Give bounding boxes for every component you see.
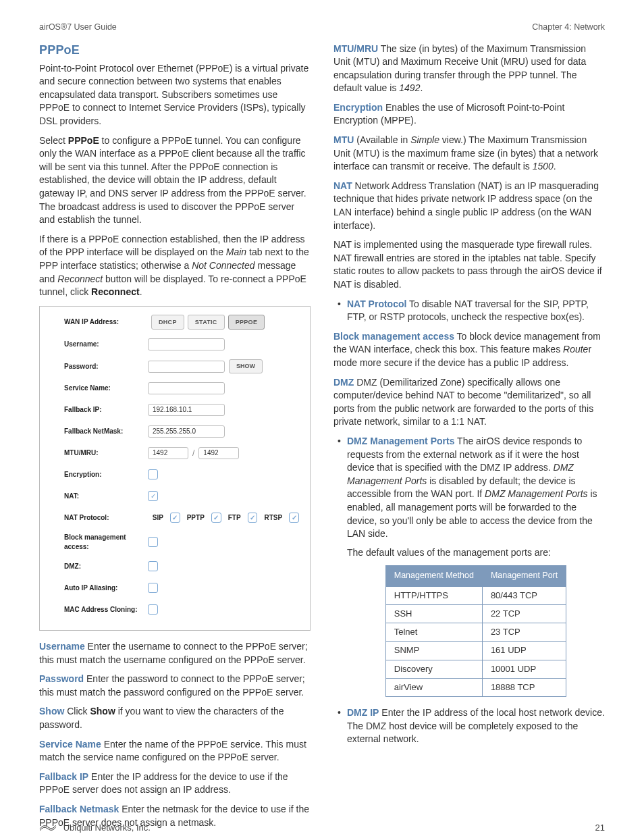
footer-company: Ubiquiti Networks, Inc. — [39, 822, 151, 834]
para-select: Select PPPoE to configure a PPPoE tunnel… — [39, 134, 311, 227]
def-encryption: Encryption Enables the use of Microsoft … — [333, 101, 605, 128]
btn-dhcp[interactable]: DHCP — [151, 315, 184, 330]
running-header: airOS®7 User Guide Chapter 4: Network — [39, 22, 605, 34]
input-password[interactable] — [148, 361, 225, 373]
def-nat2: NAT is implemented using the masquerade … — [333, 238, 605, 291]
label-username: Username: — [64, 340, 148, 349]
para-reconnect: If there is a PPPoE connection establish… — [39, 233, 311, 299]
def-username: Username Enter the username to connect t… — [39, 640, 311, 667]
proto-sip-label: SIP — [153, 513, 163, 523]
table-header-method: Management Method — [385, 566, 482, 587]
def-nat-protocol: NAT Protocol To disable NAT traversal fo… — [333, 298, 605, 324]
label-nat-protocol: NAT Protocol: — [64, 513, 147, 523]
btn-pppoe[interactable]: PPPOE — [228, 315, 265, 330]
left-column: PPPoE Point-to-Point Protocol over Ether… — [39, 39, 311, 835]
label-dmz: DMZ: — [64, 562, 148, 571]
checkbox-encryption[interactable] — [148, 469, 158, 479]
label-service-name: Service Name: — [64, 384, 148, 393]
management-ports-table: Management Method Management Port HTTP/H… — [385, 565, 567, 697]
checkbox-nat[interactable] — [148, 491, 158, 501]
label-password: Password: — [64, 362, 148, 371]
heading-pppoe: PPPoE — [39, 42, 311, 59]
input-mru[interactable] — [198, 447, 239, 459]
input-username[interactable] — [148, 338, 225, 350]
label-block-mgmt: Block management access: — [64, 533, 148, 552]
def-show: Show Click Show if you want to view the … — [39, 705, 311, 731]
header-right: Chapter 4: Network — [532, 22, 605, 34]
input-fallback-mask[interactable] — [148, 425, 225, 438]
def-dmz-ip: DMZ IP Enter the IP address of the local… — [333, 706, 605, 746]
def-mtu: MTU (Available in Simple view.) The Maxi… — [333, 134, 605, 174]
pppoe-form-figure: WAN IP Address: DHCP STATIC PPPOE Userna… — [39, 306, 311, 631]
label-nat: NAT: — [64, 492, 148, 501]
para-intro: Point-to-Point Protocol over Ethernet (P… — [39, 62, 311, 128]
checkbox-rtsp[interactable] — [289, 513, 299, 523]
table-row: SSH22 TCP — [385, 604, 566, 623]
def-dmz: DMZ DMZ (Demilitarized Zone) specificall… — [333, 376, 605, 429]
label-mtu-mru: MTU/MRU: — [64, 448, 148, 458]
proto-ftp-label: FTP — [228, 513, 241, 523]
page-number: 21 — [595, 822, 605, 834]
table-header-port: Management Port — [482, 566, 566, 587]
table-row: HTTP/HTTPS80/443 TCP — [385, 586, 566, 604]
ubiquiti-logo-icon — [39, 824, 57, 832]
def-fallback-ip: Fallback IP Enter the IP address for the… — [39, 771, 311, 797]
label-auto-ip: Auto IP Aliasing: — [64, 583, 148, 593]
checkbox-block-mgmt[interactable] — [148, 537, 158, 547]
table-row: SNMP161 UDP — [385, 642, 566, 660]
mtu-mru-separator: / — [192, 448, 194, 459]
button-show[interactable]: SHOW — [229, 359, 263, 373]
proto-rtsp-label: RTSP — [264, 513, 282, 523]
label-fallback-ip: Fallback IP: — [64, 405, 148, 415]
def-block-mgmt: Block management access To block device … — [333, 330, 605, 370]
table-row: airView18888 TCP — [385, 678, 566, 696]
def-nat: NAT Network Address Translation (NAT) is… — [333, 180, 605, 232]
table-intro: The default values of the management por… — [347, 546, 605, 560]
def-mtu-mru: MTU/MRU The size (in bytes) of the Maxim… — [333, 43, 605, 95]
checkbox-ftp[interactable] — [248, 513, 258, 523]
checkbox-auto-ip[interactable] — [148, 583, 158, 593]
header-left: airOS®7 User Guide — [39, 22, 117, 34]
def-password: Password Enter the password to connect t… — [39, 673, 311, 699]
btn-static[interactable]: STATIC — [188, 315, 225, 330]
label-mac-clone: MAC Address Cloning: — [64, 605, 148, 615]
def-dmz-mgmt-ports: DMZ Management Ports The airOS device re… — [333, 435, 605, 697]
right-column: MTU/MRU The size (in bytes) of the Maxim… — [333, 39, 605, 835]
input-mtu[interactable] — [148, 447, 188, 459]
input-service-name[interactable] — [148, 382, 225, 394]
checkbox-pptp[interactable] — [211, 513, 221, 523]
input-fallback-ip[interactable] — [148, 404, 225, 416]
page-footer: Ubiquiti Networks, Inc. 21 — [39, 822, 605, 834]
checkbox-mac-clone[interactable] — [148, 604, 158, 615]
label-encryption: Encryption: — [64, 470, 148, 479]
checkbox-sip[interactable] — [170, 513, 180, 523]
def-service: Service Name Enter the name of the PPPoE… — [39, 738, 311, 764]
proto-pptp-label: PPTP — [187, 513, 205, 523]
label-fallback-mask: Fallback NetMask: — [64, 427, 148, 436]
table-row: Discovery10001 UDP — [385, 660, 566, 678]
label-wan-ip: WAN IP Address: — [64, 317, 148, 327]
table-row: Telnet23 TCP — [385, 623, 566, 642]
checkbox-dmz[interactable] — [148, 561, 158, 571]
